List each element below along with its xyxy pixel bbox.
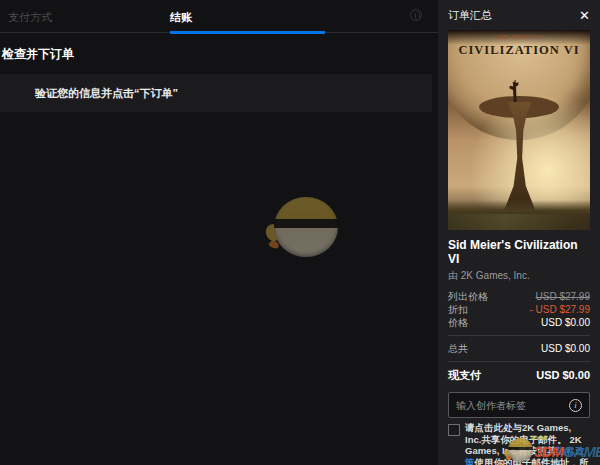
email-consent-checkbox[interactable] xyxy=(448,424,460,436)
close-icon[interactable]: ✕ xyxy=(579,9,590,22)
price-label: 价格 xyxy=(448,316,468,329)
verify-info-notice: 验证您的信息并点击“下订单” xyxy=(0,74,432,112)
checkout-steps-bar: 支付方式 结账 xyxy=(0,0,438,33)
watermark-mascot-icon xyxy=(266,197,346,261)
game-title: Sid Meier's Civilization VI xyxy=(448,238,590,266)
order-summary-title: 订单汇总 xyxy=(448,8,492,23)
pay-now-label: 现支付 xyxy=(448,368,481,382)
divider xyxy=(448,335,590,336)
tab-checkout[interactable]: 结账 xyxy=(170,0,325,33)
tab-payment-method[interactable]: 支付方式 xyxy=(8,10,52,25)
list-price-value: USD $27.99 xyxy=(536,290,590,303)
total-value: USD $0.00 xyxy=(541,342,590,355)
pay-now-value: USD $0.00 xyxy=(536,368,590,382)
creator-tag-field[interactable]: i xyxy=(448,392,590,418)
total-label: 总共 xyxy=(448,342,468,355)
list-price-label: 列出价格 xyxy=(448,290,488,303)
cover-title: CIVILIZATION VI xyxy=(448,43,590,58)
price-breakdown: 列出价格 USD $27.99 折扣 - USD $27.99 价格 USD $… xyxy=(448,290,590,329)
secure-checkout-icon xyxy=(410,9,422,21)
consent-text-post: 使用你的电子邮件地址，所以我们建议你阅读其隐私政策。 xyxy=(465,457,589,465)
checkout-panel: 支付方式 结账 检查并下订单 验证您的信息并点击“下订单” xyxy=(0,0,438,465)
publisher: 由 2K Games, Inc. xyxy=(448,269,590,283)
cover-small-title: SID MEIER'S xyxy=(448,34,590,40)
price-row: 价格 USD $0.00 xyxy=(448,316,590,329)
game-cover-art: SID MEIER'S CIVILIZATION VI xyxy=(448,30,590,230)
discount-label: 折扣 xyxy=(448,303,468,316)
pay-now-row: 现支付 USD $0.00 xyxy=(448,368,590,382)
creator-tag-input[interactable] xyxy=(456,400,569,411)
list-price-row: 列出价格 USD $27.99 xyxy=(448,290,590,303)
email-consent-row: 请点击此处与2K Games, Inc.共享你的电子邮件。 2K Games, … xyxy=(448,422,590,465)
order-summary-header: 订单汇总 ✕ xyxy=(448,0,590,30)
discount-row: 折扣 - USD $27.99 xyxy=(448,303,590,316)
tab-checkout-label: 结账 xyxy=(170,10,192,25)
discount-value: - USD $27.99 xyxy=(529,303,590,316)
divider xyxy=(448,361,590,362)
active-tab-underline xyxy=(170,31,325,34)
price-value: USD $0.00 xyxy=(541,316,590,329)
order-summary-panel: 订单汇总 ✕ SID MEIER'S CIVILIZATION VI Sid M… xyxy=(438,0,600,465)
info-icon[interactable]: i xyxy=(569,399,582,412)
total-row: 总共 USD $0.00 xyxy=(448,342,590,355)
email-consent-text: 请点击此处与2K Games, Inc.共享你的电子邮件。 2K Games, … xyxy=(465,422,590,465)
review-order-heading: 检查并下订单 xyxy=(2,46,438,63)
cover-ground-highlight xyxy=(448,214,590,230)
